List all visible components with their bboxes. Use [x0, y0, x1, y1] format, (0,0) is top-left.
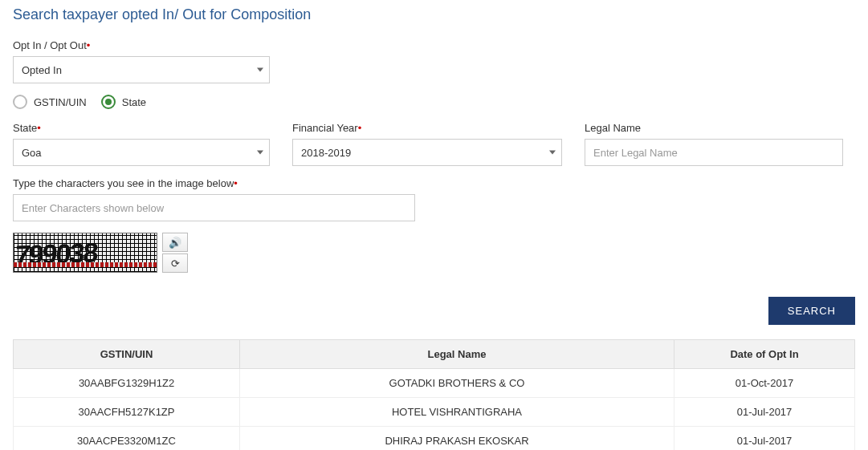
legal-name-field: Legal Name	[585, 122, 843, 166]
captcha-input[interactable]	[13, 194, 415, 221]
radio-gstin[interactable]: GSTIN/UIN	[13, 95, 87, 109]
cell-legal-name: DHIRAJ PRAKASH EKOSKAR	[240, 427, 674, 451]
fy-label: Financial Year•	[292, 122, 562, 134]
cell-gstin: 30AACFH5127K1ZP	[14, 398, 240, 427]
results-table: GSTIN/UIN Legal Name Date of Opt In 30AA…	[13, 339, 855, 450]
fy-select[interactable]: 2018-2019	[292, 139, 562, 166]
opt-field: Opt In / Opt Out• Opted In	[13, 39, 270, 83]
cell-gstin: 30AACPE3320M1ZC	[14, 427, 240, 451]
captcha-refresh-button[interactable]: ⟳	[162, 253, 188, 273]
legal-name-label: Legal Name	[585, 122, 843, 134]
table-row: 30AABFG1329H1Z2GOTADKI BROTHERS & CO01-O…	[14, 369, 855, 398]
state-select[interactable]: Goa	[13, 139, 270, 166]
captcha-image: 799038	[13, 233, 157, 273]
cell-legal-name: GOTADKI BROTHERS & CO	[240, 369, 674, 398]
opt-select[interactable]: Opted In	[13, 56, 270, 83]
col-date: Date of Opt In	[674, 340, 855, 369]
search-by-radio-group: GSTIN/UIN State	[13, 95, 855, 109]
cell-legal-name: HOTEL VISHRANTIGRAHA	[240, 398, 674, 427]
legal-name-input[interactable]	[585, 139, 843, 166]
required-mark: •	[37, 122, 41, 134]
required-mark: •	[234, 177, 238, 189]
col-legal-name: Legal Name	[240, 340, 674, 369]
radio-state[interactable]: State	[101, 95, 146, 109]
col-gstin: GSTIN/UIN	[14, 340, 240, 369]
search-button[interactable]: SEARCH	[768, 297, 855, 325]
captcha-field: Type the characters you see in the image…	[13, 177, 415, 221]
captcha-label: Type the characters you see in the image…	[13, 177, 415, 189]
speaker-icon: 🔊	[169, 237, 181, 249]
radio-label: GSTIN/UIN	[34, 96, 87, 108]
page-title: Search taxpayer opted In/ Out for Compos…	[13, 6, 855, 23]
state-label: State•	[13, 122, 270, 134]
table-row: 30AACFH5127K1ZPHOTEL VISHRANTIGRAHA01-Ju…	[14, 398, 855, 427]
cell-gstin: 30AABFG1329H1Z2	[14, 369, 240, 398]
captcha-audio-button[interactable]: 🔊	[162, 233, 188, 252]
radio-icon	[101, 95, 116, 109]
radio-icon	[13, 95, 27, 109]
refresh-icon: ⟳	[171, 257, 180, 270]
cell-date: 01-Jul-2017	[674, 427, 855, 451]
opt-label: Opt In / Opt Out•	[13, 39, 270, 51]
cell-date: 01-Jul-2017	[674, 398, 855, 427]
state-field: State• Goa	[13, 122, 270, 166]
cell-date: 01-Oct-2017	[674, 369, 855, 398]
fy-field: Financial Year• 2018-2019	[292, 122, 562, 166]
radio-label: State	[122, 96, 146, 108]
required-mark: •	[358, 122, 362, 134]
table-row: 30AACPE3320M1ZCDHIRAJ PRAKASH EKOSKAR01-…	[14, 427, 855, 451]
required-mark: •	[87, 39, 91, 51]
